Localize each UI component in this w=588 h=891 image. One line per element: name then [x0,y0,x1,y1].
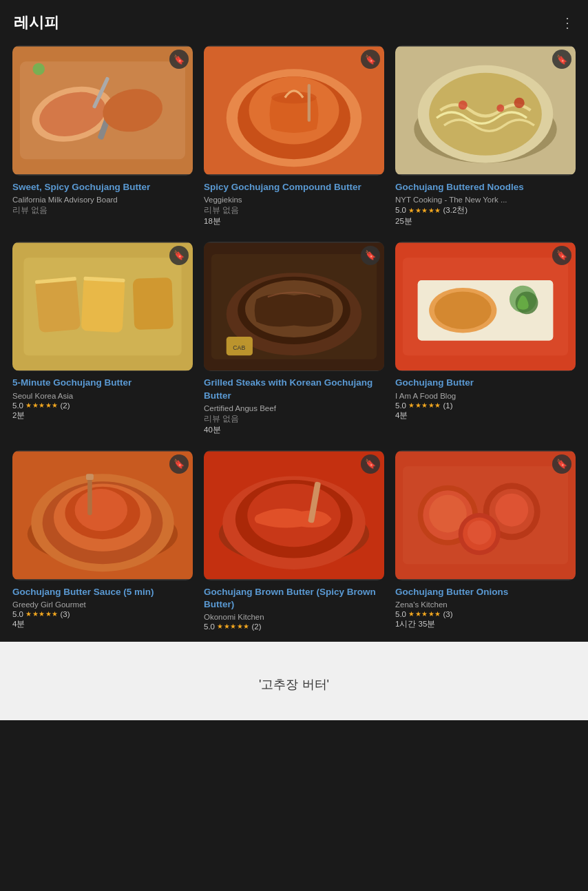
stars-icon: ★★★★★ [25,610,59,618]
bookmark-icon: 🔖 [556,55,567,64]
bookmark-button[interactable]: 🔖 [552,50,571,69]
svg-rect-13 [308,84,311,122]
recipe-title: Grilled Steaks with Korean Gochujang But… [204,377,384,401]
recipe-source: I Am A Food Blog [395,392,576,400]
recipe-grid: 🔖 Sweet, Spicy Gochujang Butter Californ… [0,41,588,642]
recipe-time: 4분 [395,410,576,421]
recipe-meta: 5.0 ★★★★★ (3) 4분 [12,610,193,629]
recipe-title: Sweet, Spicy Gochujang Butter [12,181,193,193]
rating-count: (2) [61,401,70,410]
recipe-meta: 5.0 ★★★★★ (2) [204,622,384,631]
recipe-image: 🔖 [395,45,576,176]
rating-value: 5.0 [395,610,406,618]
recipe-card[interactable]: 🔖 Gochujang Butter Onions Zena's Kitchen… [390,446,581,642]
svg-point-7 [32,63,44,75]
recipe-image: 🔖 [395,450,576,580]
bookmark-button[interactable]: 🔖 [361,454,380,474]
svg-rect-50 [87,474,92,515]
recipe-image: 🔖 [204,450,384,580]
recipe-time: 25분 [395,216,576,227]
recipe-card[interactable]: 🔖 Spicy Gochujang Compound Butter Veggie… [198,41,390,238]
bookmark-icon: 🔖 [174,459,185,468]
svg-point-68 [468,521,492,545]
recipe-card[interactable]: CAB 🔖 Grilled Steaks with Korean Gochuja… [198,238,390,446]
recipe-source: Seoul Korea Asia [12,392,193,400]
stars-icon: ★★★★★ [408,207,441,214]
recipe-title: 5-Minute Gochujang Butter [12,377,193,389]
no-review: 리뷰 없음 [204,205,384,216]
recipe-card[interactable]: 🔖 Gochujang Butter Sauce (5 min) Greedy … [7,446,198,642]
recipe-title: Gochujang Butter Onions [395,586,576,598]
recipe-image: 🔖 [204,45,384,176]
recipe-source: Greedy Girl Gourmet [12,600,193,609]
rating-value: 5.0 [12,401,23,410]
stars-icon: ★★★★★ [25,401,59,409]
svg-point-19 [496,105,504,112]
menu-icon[interactable]: ⋮ [560,14,574,31]
bookmark-button[interactable]: 🔖 [552,454,571,474]
bookmark-button[interactable]: 🔖 [361,50,380,69]
recipe-card[interactable]: 🔖 Sweet, Spicy Gochujang Butter Californ… [7,41,198,238]
recipe-title: Gochujang Butter Sauce (5 min) [12,586,193,598]
svg-point-65 [495,494,528,527]
bookmark-button[interactable]: 🔖 [169,454,189,474]
recipe-image: 🔖 [12,45,193,176]
recipe-card[interactable]: 🔖 Gochujang Butter I Am A Food Blog 5.0 … [390,238,581,446]
rating-value: 5.0 [395,401,406,410]
recipe-rating: 5.0 ★★★★★ (3) [395,610,576,618]
bookmark-icon: 🔖 [365,55,376,64]
svg-rect-51 [86,474,94,480]
bookmark-icon: 🔖 [365,251,376,260]
recipe-source: Zena's Kitchen [395,600,576,609]
recipe-source: Okonomi Kitchen [204,613,384,621]
bookmark-button[interactable]: 🔖 [552,246,571,265]
recipe-title: Gochujang Butter [395,377,576,389]
recipe-title: Spicy Gochujang Compound Butter [204,181,384,193]
bookmark-icon: 🔖 [174,55,185,64]
svg-rect-23 [35,277,81,333]
recipe-card[interactable]: 🔖 Gochujang Buttered Noodles NYT Cooking… [390,41,581,238]
rating-value: 5.0 [12,610,23,618]
bookmark-icon: 🔖 [365,459,376,468]
search-query: '고추장 버터' [259,678,329,691]
app-container: 레시피 ⋮ 🔖 Sweet, Spicy Gochujang Butter Ca… [0,0,588,720]
recipe-rating: 5.0 ★★★★★ (2) [204,622,384,631]
recipe-image: CAB 🔖 [204,242,384,372]
header: 레시피 ⋮ [0,0,588,41]
recipe-image: 🔖 [12,242,193,372]
bookmark-button[interactable]: 🔖 [361,246,380,265]
recipe-meta: 리뷰 없음18분 [204,205,384,227]
recipe-time: 18분 [204,216,384,227]
recipe-source: Certified Angus Beef [204,404,384,412]
rating-value: 5.0 [395,206,406,214]
svg-text:CAB: CAB [233,344,245,350]
recipe-rating: 5.0 ★★★★★ (3) [12,610,193,618]
recipe-meta: 리뷰 없음 [12,205,193,216]
recipe-source: Veggiekins [204,196,384,204]
rating-value: 5.0 [204,622,215,631]
recipe-meta: 5.0 ★★★★★ (3) 1시간 35분 [395,610,576,629]
bookmark-button[interactable]: 🔖 [169,50,189,69]
rating-count: (3) [61,610,70,618]
recipe-title: Gochujang Buttered Noodles [395,181,576,193]
recipe-rating: 5.0 ★★★★★ (3.2천) [395,205,576,216]
recipe-meta: 5.0 ★★★★★ (3.2천) 25분 [395,205,576,227]
recipe-time: 40분 [204,425,384,435]
recipe-rating: 5.0 ★★★★★ (2) [12,401,193,410]
bookmark-icon: 🔖 [556,459,567,468]
recipe-image: 🔖 [12,450,193,580]
recipe-rating: 5.0 ★★★★★ (1) [395,401,576,410]
bottom-section: '고추장 버터' [0,642,588,720]
recipe-time: 2분 [12,410,193,421]
no-review: 리뷰 없음 [204,414,384,424]
recipe-card[interactable]: 🔖 Gochujang Brown Butter (Spicy Brown Bu… [198,446,390,642]
stars-icon: ★★★★★ [408,610,441,618]
recipe-card[interactable]: 🔖 5-Minute Gochujang Butter Seoul Korea … [7,238,198,446]
stars-icon: ★★★★★ [217,622,250,630]
rating-count: (3) [443,610,453,618]
page-title: 레시피 [14,12,59,33]
recipe-meta: 5.0 ★★★★★ (1) 4분 [395,401,576,421]
svg-rect-24 [81,276,125,333]
recipe-source: California Milk Advisory Board [12,196,193,204]
bookmark-button[interactable]: 🔖 [169,246,189,265]
